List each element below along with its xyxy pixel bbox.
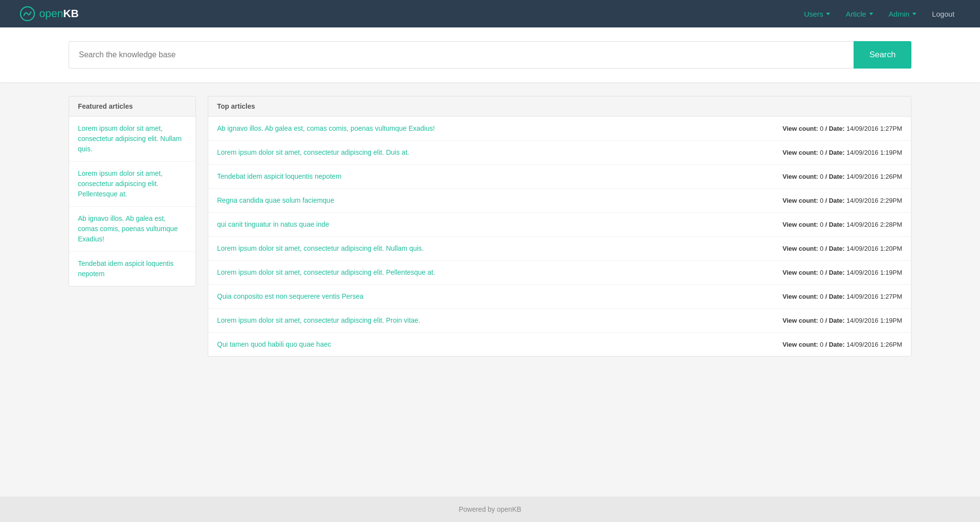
- search-section: Search: [0, 27, 980, 82]
- featured-article-link[interactable]: Tendebat idem aspicit loquentis nepotem: [78, 260, 173, 278]
- main-content: Featured articles Lorem ipsum dolor sit …: [0, 82, 980, 497]
- nav-users[interactable]: Users: [798, 6, 836, 22]
- featured-heading: Featured articles: [69, 96, 196, 117]
- top-articles-card: Top articles Ab ignavo illos. Ab galea e…: [208, 96, 911, 356]
- featured-card: Featured articles Lorem ipsum dolor sit …: [69, 96, 196, 286]
- article-title-link[interactable]: Quia conposito est non sequerere ventis …: [217, 292, 364, 300]
- top-articles-panel: Top articles Ab ignavo illos. Ab galea e…: [208, 96, 911, 483]
- article-meta: View count: 0 / Date: 14/09/2016 2:29PM: [783, 197, 902, 204]
- article-meta: View count: 0 / Date: 14/09/2016 1:20PM: [783, 245, 902, 252]
- nav-admin[interactable]: Admin: [883, 6, 923, 22]
- brand-logo[interactable]: openKB: [20, 6, 79, 22]
- article-meta: View count: 0 / Date: 14/09/2016 1:19PM: [783, 149, 902, 156]
- table-row: Qui tamen quod habili quo quae haecView …: [208, 332, 911, 356]
- featured-article-link[interactable]: Ab ignavo illos. Ab galea est, comas com…: [78, 214, 178, 243]
- featured-list-item: Tendebat idem aspicit loquentis nepotem: [69, 252, 196, 286]
- brand-icon: [20, 6, 35, 22]
- nav-links: Users Article Admin Logout: [798, 6, 960, 22]
- article-title-link[interactable]: Lorem ipsum dolor sit amet, consectetur …: [217, 148, 409, 156]
- article-title-link[interactable]: qui canit tinguatur in natus quae inde: [217, 220, 329, 228]
- article-title-link[interactable]: Lorem ipsum dolor sit amet, consectetur …: [217, 268, 435, 276]
- table-row: Lorem ipsum dolor sit amet, consectetur …: [208, 141, 911, 165]
- featured-list-item: Lorem ipsum dolor sit amet, consectetur …: [69, 162, 196, 207]
- featured-list: Lorem ipsum dolor sit amet, consectetur …: [69, 117, 196, 286]
- table-row: Lorem ipsum dolor sit amet, consectetur …: [208, 261, 911, 285]
- table-row: qui canit tinguatur in natus quae indeVi…: [208, 213, 911, 237]
- table-row: Lorem ipsum dolor sit amet, consectetur …: [208, 308, 911, 332]
- article-meta: View count: 0 / Date: 14/09/2016 1:19PM: [783, 269, 902, 276]
- table-row: Ab ignavo illos. Ab galea est, comas com…: [208, 117, 911, 141]
- table-row: Quia conposito est non sequerere ventis …: [208, 285, 911, 308]
- article-title-link[interactable]: Qui tamen quod habili quo quae haec: [217, 340, 331, 348]
- article-meta: View count: 0 / Date: 14/09/2016 2:28PM: [783, 221, 902, 228]
- articles-list: Ab ignavo illos. Ab galea est, comas com…: [208, 117, 911, 356]
- article-title-link[interactable]: Tendebat idem aspicit loquentis nepotem: [217, 172, 342, 180]
- nav-article[interactable]: Article: [840, 6, 879, 22]
- featured-list-item: Ab ignavo illos. Ab galea est, comas com…: [69, 207, 196, 252]
- top-articles-heading: Top articles: [208, 96, 911, 117]
- article-meta: View count: 0 / Date: 14/09/2016 1:26PM: [783, 173, 902, 180]
- featured-panel: Featured articles Lorem ipsum dolor sit …: [69, 96, 196, 483]
- article-title-link[interactable]: Regna candida quae solum faciemque: [217, 196, 334, 204]
- table-row: Tendebat idem aspicit loquentis nepotemV…: [208, 165, 911, 189]
- featured-list-item: Lorem ipsum dolor sit amet, consectetur …: [69, 117, 196, 162]
- article-meta: View count: 0 / Date: 14/09/2016 1:27PM: [783, 125, 902, 132]
- navbar: openKB Users Article Admin Logout: [0, 0, 980, 27]
- article-meta: View count: 0 / Date: 14/09/2016 1:19PM: [783, 317, 902, 324]
- article-meta: View count: 0 / Date: 14/09/2016 1:27PM: [783, 293, 902, 300]
- table-row: Lorem ipsum dolor sit amet, consectetur …: [208, 237, 911, 261]
- article-title-link[interactable]: Ab ignavo illos. Ab galea est, comas com…: [217, 124, 435, 132]
- featured-article-link[interactable]: Lorem ipsum dolor sit amet, consectetur …: [78, 124, 182, 153]
- nav-logout[interactable]: Logout: [926, 6, 960, 22]
- footer: Powered by openKB: [0, 497, 980, 522]
- users-caret-icon: [826, 13, 830, 15]
- search-button[interactable]: Search: [854, 41, 911, 69]
- footer-text: Powered by openKB: [459, 505, 521, 513]
- featured-article-link[interactable]: Lorem ipsum dolor sit amet, consectetur …: [78, 169, 163, 198]
- article-caret-icon: [869, 13, 873, 15]
- search-input[interactable]: [69, 41, 854, 69]
- article-title-link[interactable]: Lorem ipsum dolor sit amet, consectetur …: [217, 316, 420, 324]
- admin-caret-icon: [912, 13, 916, 15]
- article-title-link[interactable]: Lorem ipsum dolor sit amet, consectetur …: [217, 244, 424, 252]
- brand-name: openKB: [39, 7, 79, 20]
- article-meta: View count: 0 / Date: 14/09/2016 1:26PM: [783, 341, 902, 348]
- table-row: Regna candida quae solum faciemqueView c…: [208, 189, 911, 213]
